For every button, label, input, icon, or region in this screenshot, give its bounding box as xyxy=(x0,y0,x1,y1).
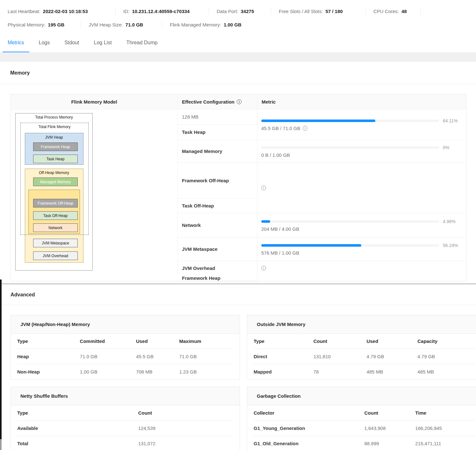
table-title: JVM (Heap/Non-Heap) Memory xyxy=(11,315,240,334)
col-header: Committed xyxy=(80,334,136,349)
progress-track xyxy=(261,244,439,247)
metric-heap: 64.11% 45.5 GB / 71.0 GB i xyxy=(257,109,466,140)
cell: 71.0 GB xyxy=(179,349,233,364)
cell: 1,643,908 xyxy=(364,421,415,436)
table-body: Type Count Available 124,539 Total 131,0… xyxy=(11,405,240,450)
row-label-jvm-overhead: JVM Overhead xyxy=(178,261,257,275)
cell: 708 MB xyxy=(136,364,179,379)
tab-metrics[interactable]: Metrics xyxy=(3,34,29,52)
spacer xyxy=(0,52,476,62)
row-label-framework-heap: Framework Heap xyxy=(178,275,257,281)
progress-fill xyxy=(261,244,361,247)
memory-diagram: Total Process Memory JVM Heap Off-Heap M… xyxy=(15,113,93,271)
cell: 485 MB xyxy=(366,364,417,379)
page-title: Memory xyxy=(10,70,30,76)
section-title: Advanced xyxy=(11,292,35,298)
cell: 166,206,945 xyxy=(415,421,475,436)
divider xyxy=(209,8,209,15)
task-heap-box: Task Heap xyxy=(33,155,78,163)
col-header: Capacity xyxy=(417,334,475,349)
metric-jvm-metaspace: 56.24% 576 MB / 1.00 GB xyxy=(257,237,466,261)
table-title: Outside JVM Memory xyxy=(247,315,476,334)
col-header: Collector xyxy=(254,405,364,420)
row-label-network: Network xyxy=(178,213,257,237)
stat-id: ID: 10.231.12.4:40559-c70334 xyxy=(123,9,209,14)
info-icon[interactable]: i xyxy=(261,185,266,190)
stat-value: 57 / 180 xyxy=(325,9,343,14)
table-row: Total xyxy=(17,436,138,450)
col-header: Count xyxy=(314,334,367,349)
stat-value: 2022-02-03 10:18:53 xyxy=(43,9,88,14)
divider xyxy=(271,8,271,15)
memory-section-header: Memory xyxy=(0,62,476,84)
metric-off-heap: i xyxy=(257,163,466,213)
advanced-tables: JVM (Heap/Non-Heap) Memory Type Committe… xyxy=(0,305,476,450)
garbage-collection-table: Garbage Collection Collector Count Time … xyxy=(247,387,476,450)
task-off-heap-box: Task Off-Heap xyxy=(33,211,78,220)
table-title: Garbage Collection xyxy=(247,387,476,405)
metaspace-usage: 576 MB / 1.00 GB xyxy=(261,250,299,256)
stat-label: Data Port: xyxy=(217,9,238,14)
stat-label: JVM Heap Size: xyxy=(89,22,123,27)
tab-thread-dump[interactable]: Thread Dump xyxy=(121,34,163,52)
progress-percent: 64.11% xyxy=(443,118,461,123)
col-header: Maximum xyxy=(179,334,233,349)
stat-flink-managed-memory: Flink Managed Memory: 1.00 GB xyxy=(170,22,242,27)
jvm-heap-label: JVM Heap xyxy=(15,135,93,140)
memory-section: Memory Flink Memory Model Effective Conf… xyxy=(0,62,476,281)
divider xyxy=(81,21,81,28)
info-icon[interactable]: i xyxy=(261,266,266,271)
tab-logs[interactable]: Logs xyxy=(34,34,55,52)
metric-network: 4.98% 204 MB / 4.00 GB xyxy=(257,213,466,237)
managed-progress: 0% xyxy=(261,145,461,150)
column-header-model: Flink Memory Model xyxy=(11,94,178,109)
progress-percent: 56.24% xyxy=(443,243,461,248)
tab-log-list[interactable]: Log List xyxy=(89,34,117,52)
summary-row-2: Physical Memory: 195 GB JVM Heap Size: 7… xyxy=(8,18,476,31)
table-row: G1_Old_Generation xyxy=(254,436,364,450)
progress-percent: 0% xyxy=(443,145,461,150)
col-header: Type xyxy=(254,334,314,349)
stat-jvm-heap-size: JVM Heap Size: 71.0 GB xyxy=(89,22,162,27)
taskmanager-summary-header: Last Heartbeat: 2022-02-03 10:18:53 ID: … xyxy=(0,0,476,34)
scrollbar-thumb[interactable] xyxy=(0,439,2,450)
table-row: Non-Heap xyxy=(17,364,80,379)
stat-value: 1.00 GB xyxy=(224,22,242,27)
left-edge-strip xyxy=(0,279,2,439)
advanced-section-header: Advanced xyxy=(0,285,476,305)
heap-usage: 45.5 GB / 71.0 GB i xyxy=(261,126,307,131)
hidden xyxy=(178,109,257,125)
jvm-memory-table: JVM (Heap/Non-Heap) Memory Type Committe… xyxy=(11,315,240,380)
cell: 215,471,111 xyxy=(415,436,475,450)
config-task-heap: . xyxy=(178,125,257,140)
col-header: Count xyxy=(364,405,415,420)
table-body: Collector Count Time G1_Young_Generation… xyxy=(247,405,476,450)
stat-value: 48 xyxy=(401,9,407,14)
col-header: Used xyxy=(136,334,179,349)
row-label-managed-memory: Managed Memory xyxy=(178,140,257,163)
tab-stdout[interactable]: Stdout xyxy=(59,34,84,52)
outside-jvm-memory-table: Outside JVM Memory Type Count Used Capac… xyxy=(247,315,476,380)
column-header-metric: Metric xyxy=(257,94,466,109)
table-row: Heap xyxy=(17,349,80,364)
info-icon[interactable]: i xyxy=(303,126,307,131)
cell: 1.00 GB xyxy=(80,364,136,379)
table-row: Direct xyxy=(254,349,314,364)
col-header: Type xyxy=(17,405,138,420)
network-box: Network xyxy=(33,223,78,232)
col-header: Type xyxy=(17,334,80,349)
cell: 1.23 GB xyxy=(179,364,233,379)
table-title: Netty Shuffle Buffers xyxy=(11,387,240,405)
network-progress: 4.98% xyxy=(261,219,461,224)
framework-heap-box: Framework Heap xyxy=(33,142,78,151)
progress-percent: 4.98% xyxy=(443,219,461,224)
divider xyxy=(421,8,421,15)
table-body: Type Count Used Capacity Direct 131,810 … xyxy=(247,334,476,379)
stat-label: CPU Cores: xyxy=(373,9,399,14)
stat-label: Physical Memory: xyxy=(8,22,45,27)
info-icon[interactable]: i xyxy=(237,99,242,104)
cell: 78 xyxy=(314,364,367,379)
cell: 131,810 xyxy=(314,349,367,364)
progress-track xyxy=(261,146,439,149)
col-header: Used xyxy=(366,334,417,349)
